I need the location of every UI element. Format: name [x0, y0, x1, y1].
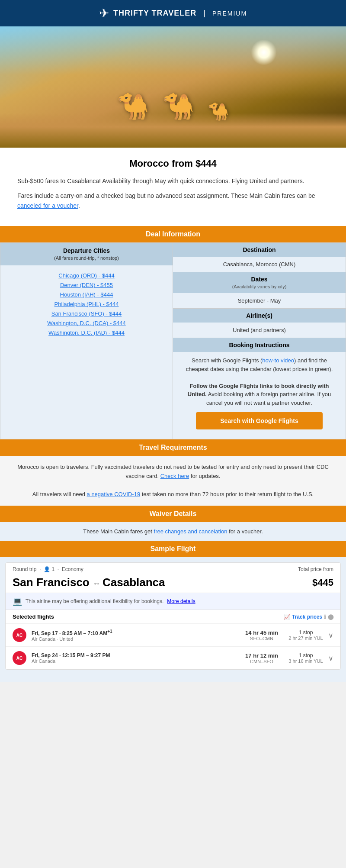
booking-content: Search with Google Flights (how-to video… — [173, 352, 346, 439]
flexibility-banner: 💻 This airline may be offering additiona… — [6, 593, 340, 610]
toggle-icon: ⬤ — [328, 614, 333, 620]
more-details-link[interactable]: More details — [167, 598, 195, 604]
airlines-header: Airline(s) — [173, 309, 346, 323]
flight-duration-1: 14 hr 45 min SFO–CMN — [240, 629, 283, 641]
flight-details-1: Fri, Sep 17 · 8:25 AM – 7:10 AM+1 Air Ca… — [32, 629, 235, 642]
waiver-header: Waiver Details — [0, 506, 346, 522]
departure-header: Departure Cities (All fares round-trip, … — [0, 243, 173, 265]
deal-title: Morocco from $444 — [17, 158, 329, 169]
total-price-label: Total price from — [298, 566, 333, 572]
booking-block: Booking Instructions Search with Google … — [173, 338, 346, 439]
flight-card-header: Round trip · 👤 1 · Economy Total price f… — [6, 563, 340, 574]
city-link-ord[interactable]: Chicago (ORD) - $444 — [58, 272, 114, 279]
route-arrow: ↔ — [93, 579, 103, 588]
sun-decoration — [251, 39, 277, 65]
flight-stops-2: 1 stop 3 hr 16 min YUL — [288, 652, 323, 664]
check-here-link[interactable]: Check here — [160, 473, 189, 479]
laptop-icon: 💻 — [13, 597, 22, 606]
deal-description-2: Fares include a carry-on and a checked b… — [17, 191, 329, 210]
flight-route-label: San Francisco ↔ Casablanca — [13, 576, 165, 589]
page-header: ✈ THRIFTY TRAVELER | PREMIUM — [0, 0, 346, 26]
dates-subheader: (Availability varies by city) — [232, 284, 287, 289]
airline-logo-2: AC — [13, 651, 26, 665]
departure-col: Departure Cities (All fares round-trip, … — [0, 243, 173, 439]
sample-flight-header: Sample Flight — [0, 541, 346, 557]
expand-flight-2[interactable]: ∨ — [328, 654, 333, 662]
hero-image: 🐪 🐪 🐪 — [0, 26, 346, 148]
passengers-icon: 👤 — [44, 566, 50, 572]
deal-content: Morocco from $444 Sub-$500 fares to Casa… — [0, 148, 346, 226]
flight-airline-1: Air Canada · United — [32, 636, 235, 642]
flight-date-2: Fri, Sep 24 · 12:15 PM – 9:27 PM — [32, 652, 235, 658]
list-item: Houston (IAH) - $444 — [5, 290, 168, 298]
waiver-link[interactable]: free changes and cancelation — [154, 528, 227, 535]
flight-airline-2: Air Canada — [32, 658, 235, 664]
airlines-value: United (and partners) — [173, 323, 346, 338]
trip-type: Round trip · 👤 1 · Economy — [13, 566, 83, 572]
list-item: Washington, D.C. (DCA) - $444 — [5, 319, 168, 327]
plane-icon: ✈ — [99, 6, 109, 20]
cancel-voucher-link[interactable]: canceled for a voucher — [17, 202, 78, 209]
waiver-content: These Main Cabin fares get free changes … — [0, 522, 346, 541]
covid-link[interactable]: a negative COVID-19 — [87, 491, 141, 497]
travel-req-content: Morocco is open to travelers. Fully vacc… — [0, 456, 346, 506]
flight-date-1: Fri, Sep 17 · 8:25 AM – 7:10 AM+1 — [32, 629, 235, 636]
deal-description-1: Sub-$500 fares to Casablanca! Availabili… — [17, 176, 329, 186]
destination-value: Casablanca, Morocco (CMN) — [173, 257, 346, 272]
deal-info-section: Deal Information Departure Cities (All f… — [0, 226, 346, 439]
destination-block: Destination Casablanca, Morocco (CMN) — [173, 243, 346, 272]
waiver-section: Waiver Details These Main Cabin fares ge… — [0, 506, 346, 541]
header-divider: | — [203, 9, 205, 18]
city-link-phl[interactable]: Philadelphia (PHL) - $444 — [54, 301, 119, 307]
deal-info-grid: Departure Cities (All fares round-trip, … — [0, 242, 346, 439]
brand-name: THRIFTY TRAVELER — [113, 9, 196, 18]
flight-duration-2: 17 hr 12 min CMN–SFO — [240, 652, 283, 664]
deal-info-header: Deal Information — [0, 226, 346, 242]
flight-row-outbound: AC Fri, Sep 17 · 8:25 AM – 7:10 AM+1 Air… — [6, 623, 340, 646]
flight-stops-1: 1 stop 2 hr 27 min YUL — [288, 629, 323, 641]
total-price-value: $445 — [312, 577, 333, 588]
list-item: San Francisco (SFO) - $444 — [5, 310, 168, 317]
google-flights-button[interactable]: Search with Google Flights — [196, 412, 323, 429]
dune-decoration — [0, 113, 346, 148]
city-link-sfo[interactable]: San Francisco (SFO) - $444 — [51, 310, 122, 317]
flight-details-2: Fri, Sep 24 · 12:15 PM – 9:27 PM Air Can… — [32, 652, 235, 664]
list-item: Denver (DEN) - $455 — [5, 281, 168, 289]
list-item: Philadelphia (PHL) - $444 — [5, 300, 168, 308]
departure-list: Chicago (ORD) - $444 Denver (DEN) - $455… — [0, 265, 173, 342]
right-col: Destination Casablanca, Morocco (CMN) Da… — [173, 243, 346, 439]
city-link-dca[interactable]: Washington, D.C. (DCA) - $444 — [47, 320, 126, 326]
premium-label: PREMIUM — [212, 10, 247, 17]
dates-block: Dates (Availability varies by city) Sept… — [173, 272, 346, 309]
airline-logo-1: AC — [13, 628, 26, 642]
city-link-den[interactable]: Denver (DEN) - $455 — [60, 282, 113, 288]
selected-flights-label: Selected flights 📈 Track prices ℹ ⬤ — [6, 610, 340, 623]
city-link-iad[interactable]: Washington, D.C. (IAD) - $444 — [48, 329, 125, 336]
list-item: Washington, D.C. (IAD) - $444 — [5, 329, 168, 336]
travel-req-header: Travel Requirements — [0, 439, 346, 456]
flight-card: Round trip · 👤 1 · Economy Total price f… — [5, 562, 341, 670]
dates-value: September - May — [173, 293, 346, 308]
list-item: Chicago (ORD) - $444 — [5, 271, 168, 279]
city-link-iah[interactable]: Houston (IAH) - $444 — [60, 291, 113, 298]
chart-icon: 📈 — [284, 614, 290, 620]
booking-header: Booking Instructions — [173, 338, 346, 352]
travel-req-section: Travel Requirements Morocco is open to t… — [0, 439, 346, 506]
sample-flight-section: Sample Flight Round trip · 👤 1 · Economy… — [0, 541, 346, 682]
info-icon: ℹ — [324, 614, 326, 620]
track-prices[interactable]: 📈 Track prices ℹ ⬤ — [284, 614, 333, 620]
flight-row-return: AC Fri, Sep 24 · 12:15 PM – 9:27 PM Air … — [6, 646, 340, 669]
expand-flight-1[interactable]: ∨ — [328, 631, 333, 639]
airlines-block: Airline(s) United (and partners) — [173, 309, 346, 338]
brand-logo: ✈ THRIFTY TRAVELER | PREMIUM — [99, 6, 247, 20]
flight-route: San Francisco ↔ Casablanca $445 — [6, 574, 340, 593]
how-to-video-link[interactable]: how-to video — [262, 357, 294, 364]
destination-header: Destination — [173, 243, 346, 257]
dates-header: Dates (Availability varies by city) — [173, 272, 346, 293]
departure-subheader: (All fares round-trip, * nonstop) — [54, 255, 119, 261]
